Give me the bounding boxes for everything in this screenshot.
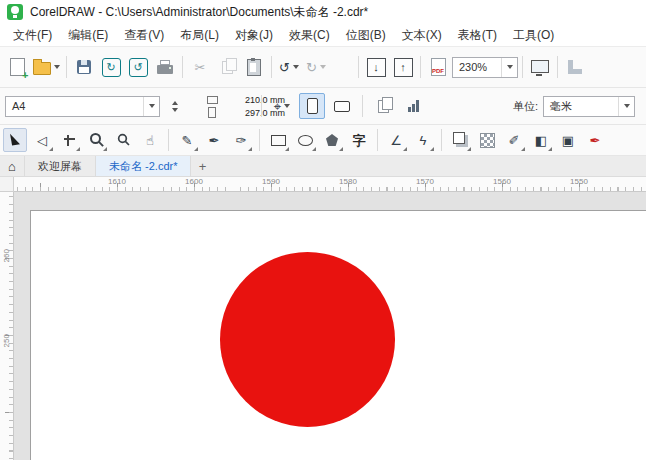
document-area[interactable] [14, 192, 646, 460]
h-ruler-label: 1600 [185, 178, 203, 186]
shape-tool[interactable]: ◁ [30, 128, 54, 152]
nudge-offset-button[interactable]: ⌖ [269, 92, 295, 120]
rectangle-tool[interactable] [266, 128, 290, 152]
outline-pen-tool[interactable]: ✒ [583, 128, 607, 152]
page-height-value[interactable]: 297.0 mm [243, 108, 254, 118]
units-label: 单位: [513, 99, 538, 114]
sync-button[interactable]: ↻ [98, 53, 124, 81]
separator [362, 95, 363, 117]
drawn-circle[interactable] [220, 252, 395, 427]
undo-icon: ↺ [279, 61, 290, 74]
import-button[interactable]: ↓ [363, 53, 389, 81]
flyout-caret-icon [248, 147, 252, 151]
page-size-select[interactable]: A4 [5, 96, 160, 117]
connector-tool[interactable]: ϟ [411, 128, 435, 152]
menu-object[interactable]: 对象(J) [227, 27, 281, 44]
menu-tools[interactable]: 工具(O) [505, 27, 562, 44]
copy-button[interactable] [214, 53, 240, 81]
cut-button[interactable]: ✂ [187, 53, 213, 81]
smart-fill-tool[interactable]: ▣ [556, 128, 580, 152]
menu-text[interactable]: 文本(X) [394, 27, 450, 44]
print-button[interactable] [152, 53, 178, 81]
page-size-dropdown-button[interactable] [143, 97, 159, 116]
new-tab-button[interactable]: + [191, 156, 213, 176]
page-size-value: A4 [6, 100, 143, 112]
vertical-ruler[interactable]: 260 250 [0, 192, 14, 460]
flyout-caret-icon [49, 147, 53, 151]
menu-effects[interactable]: 效果(C) [281, 27, 338, 44]
polygon-icon [326, 134, 338, 146]
spin-down-icon[interactable] [172, 108, 178, 112]
polygon-tool[interactable] [320, 128, 344, 152]
fullscreen-preview-button[interactable] [527, 53, 553, 81]
zoom-in-tool[interactable] [84, 128, 108, 152]
drop-shadow-tool[interactable] [448, 128, 472, 152]
zoom-dropdown-button[interactable] [501, 58, 517, 77]
balloon-icon [11, 6, 19, 14]
sync-arrow-icon: ↻ [102, 58, 121, 77]
h-ruler-label: 1590 [262, 178, 280, 186]
freehand-tool[interactable]: ✎ [175, 128, 199, 152]
pdf-label: PDF [432, 67, 444, 75]
transparency-tool[interactable] [475, 128, 499, 152]
revert-button[interactable]: ↺ [125, 53, 151, 81]
menu-file[interactable]: 文件(F) [5, 27, 60, 44]
export-button[interactable]: ↑ [390, 53, 416, 81]
flyout-caret-icon [339, 147, 343, 151]
titlebar: CorelDRAW - C:\Users\Administrator\Docum… [0, 0, 646, 24]
tab-document[interactable]: 未命名 -2.cdr* [96, 156, 191, 176]
bezier-tool[interactable]: ✒ [202, 128, 226, 152]
menu-view[interactable]: 查看(V) [116, 27, 172, 44]
units-dropdown-button[interactable] [618, 97, 634, 116]
paste-button[interactable] [241, 53, 267, 81]
units-select[interactable]: 毫米 [543, 96, 635, 117]
separator [261, 95, 262, 117]
menu-table[interactable]: 表格(T) [450, 27, 505, 44]
horizontal-ruler[interactable]: 1610 1600 1590 1580 1570 1560 1550 [14, 177, 646, 192]
pan-tool[interactable]: ☝ [138, 128, 162, 152]
interactive-fill-tool[interactable]: ◧ [529, 128, 553, 152]
pick-tool[interactable] [3, 128, 27, 152]
redo-button[interactable]: ↻ [303, 53, 329, 81]
separator [441, 129, 442, 151]
dimension-tool[interactable]: ∠ [384, 128, 408, 152]
show-rulers-button[interactable] [562, 53, 588, 81]
paste-icon [247, 59, 261, 76]
smart-fill-icon: ▣ [562, 134, 574, 147]
crop-tool[interactable] [57, 128, 81, 152]
home-icon: ⌂ [8, 159, 16, 174]
text-tool[interactable]: 字 [347, 128, 371, 152]
open-button[interactable] [31, 53, 62, 81]
zoom-out-tool[interactable] [111, 128, 135, 152]
home-tab-button[interactable]: ⌂ [0, 156, 25, 176]
coreldraw-window: CorelDRAW - C:\Users\Administrator\Docum… [0, 0, 646, 460]
eyedropper-tool[interactable]: ✐ [502, 128, 526, 152]
zoom-level-select[interactable]: 230% [452, 57, 518, 78]
spin-up-icon[interactable] [172, 101, 178, 105]
chevron-down-icon [293, 65, 299, 69]
new-document-button[interactable]: + [4, 53, 30, 81]
artistic-media-tool[interactable]: ✑ [229, 128, 253, 152]
menu-layout[interactable]: 布局(L) [172, 27, 227, 44]
publish-pdf-button[interactable]: PDF [425, 53, 451, 81]
separator [522, 56, 523, 78]
dimension-spinner[interactable] [168, 101, 181, 112]
window-title: CorelDRAW - C:\Users\Administrator\Docum… [30, 4, 368, 21]
ellipse-tool[interactable] [293, 128, 317, 152]
portrait-button[interactable] [299, 93, 325, 119]
menu-edit[interactable]: 编辑(E) [60, 27, 116, 44]
tab-welcome[interactable]: 欢迎屏幕 [25, 156, 96, 176]
flyout-caret-icon [403, 147, 407, 151]
undo-button[interactable]: ↺ [276, 53, 302, 81]
landscape-button[interactable] [329, 93, 355, 119]
save-button[interactable] [71, 53, 97, 81]
flyout-caret-icon [467, 147, 471, 151]
arrow-down-icon: ↓ [373, 62, 379, 73]
menu-bitmaps[interactable]: 位图(B) [338, 27, 394, 44]
page-sorter-button[interactable] [400, 92, 426, 120]
ruler-corner [0, 177, 14, 192]
page-width-value[interactable]: 210.0 mm [243, 95, 254, 105]
all-pages-button[interactable] [370, 92, 396, 120]
ruler-icon [568, 60, 582, 74]
separator [271, 56, 272, 78]
